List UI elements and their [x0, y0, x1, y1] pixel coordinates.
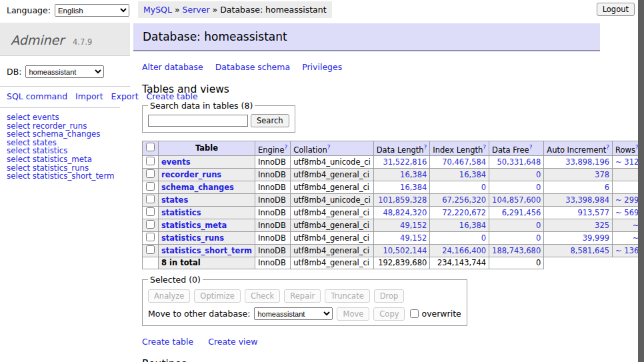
engine-cell: InnoDB	[255, 181, 291, 193]
data_free-value[interactable]: 104,857,600	[492, 195, 541, 205]
help-icon[interactable]: ?	[424, 144, 427, 151]
table-name-cell: statistics_short_term	[159, 244, 255, 257]
table-name-link[interactable]: statistics_meta	[161, 221, 227, 230]
alter-database-link[interactable]: Alter database	[142, 62, 203, 72]
collation-cell: utf8mb4_general_ci	[291, 244, 374, 257]
index_length-value[interactable]: 16,384	[459, 221, 486, 230]
data_length-value[interactable]: 48,824,320	[383, 208, 427, 217]
sidebar-item-select-events[interactable]: select events	[7, 113, 123, 122]
auto_increment-value[interactable]: 33,398,984	[565, 195, 609, 205]
table-name-link[interactable]: recorder_runs	[161, 170, 221, 179]
sidebar-item-select-schema-changes[interactable]: select schema_changes	[7, 130, 123, 139]
index_length-value[interactable]: 24,166,400	[442, 246, 486, 255]
table-name-link[interactable]: schema_changes	[161, 183, 234, 192]
create-table-link[interactable]: Create table	[142, 337, 193, 347]
privileges-link[interactable]: Privileges	[302, 62, 342, 72]
table-name-link[interactable]: statistics	[161, 208, 201, 217]
table-name-cell: events	[159, 155, 255, 168]
table-name-link[interactable]: statistics_short_term	[161, 246, 252, 255]
data_free-cell: 188,743,680	[489, 244, 544, 257]
breadcrumb-mysql[interactable]: MySQL	[143, 5, 172, 15]
engine-cell: InnoDB	[255, 155, 291, 168]
auto_increment-value[interactable]: 378	[595, 170, 609, 179]
row-checkbox[interactable]	[146, 195, 155, 203]
row-checkbox-cell	[143, 219, 159, 231]
index_length-value[interactable]: 67,256,320	[442, 195, 486, 205]
sidebar-item-select-statistics-short-term[interactable]: select statistics_short_term	[7, 172, 123, 181]
help-icon[interactable]: ?	[327, 144, 331, 151]
row-checkbox[interactable]	[146, 182, 155, 191]
table-name-link[interactable]: events	[161, 157, 191, 167]
breadcrumb-server[interactable]: Server	[183, 5, 210, 15]
data_length-cell: 101,859,328	[373, 193, 430, 206]
move-database-select[interactable]: homeassistant	[254, 307, 333, 320]
help-icon[interactable]: ?	[606, 144, 609, 151]
tables-overview-table: Table Engine? Collation? Data Length? In…	[142, 141, 644, 269]
search-input[interactable]	[148, 115, 248, 127]
help-icon[interactable]: ?	[529, 144, 533, 151]
sidebar-item-select-statistics-meta[interactable]: select statistics_meta	[7, 155, 123, 164]
sidebar-link-sql-command[interactable]: SQL command	[7, 91, 67, 101]
language-select[interactable]: English	[55, 4, 129, 17]
row-checkbox[interactable]	[146, 169, 155, 178]
content-pane: Logout MySQL»Server»Database: homeassist…	[130, 0, 637, 362]
table-name-link[interactable]: states	[161, 195, 188, 205]
data_free-value[interactable]: 6,291,456	[502, 208, 541, 217]
index_length-cell: 16,384	[430, 168, 489, 181]
row-checkbox[interactable]	[146, 157, 155, 165]
table-row: statesInnoDButf8mb4_unicode_ci101,859,32…	[143, 193, 644, 206]
column-header-engine: Engine?	[255, 141, 291, 156]
data_free-value[interactable]: 50,331,648	[497, 157, 541, 167]
row-checkbox[interactable]	[146, 233, 155, 241]
row-checkbox-cell	[143, 244, 159, 257]
index_length-value[interactable]: 72,220,672	[442, 208, 486, 217]
auto_increment-value[interactable]: 8,581,645	[571, 246, 610, 255]
data_free-value[interactable]: 188,743,680	[492, 246, 541, 255]
db-select[interactable]: homeassistant	[25, 65, 104, 78]
search-button[interactable]: Search	[251, 114, 289, 127]
create-view-link[interactable]: Create view	[208, 337, 257, 347]
table-row: schema_changesInnoDButf8mb4_general_ci16…	[143, 181, 644, 193]
data_length-value[interactable]: 16,384	[400, 170, 427, 179]
database-schema-link[interactable]: Database schema	[215, 62, 290, 72]
row-checkbox[interactable]	[146, 245, 155, 254]
help-icon[interactable]: ?	[483, 144, 486, 151]
data_free-value[interactable]: 0	[536, 170, 541, 179]
repair-button: Repair	[284, 289, 321, 303]
data_length-value[interactable]: 49,152	[400, 221, 427, 230]
index_length-cell: 24,166,400	[430, 244, 489, 257]
auto_increment-cell: 8,581,645	[544, 244, 613, 257]
row-checkbox[interactable]	[146, 220, 155, 229]
data_length-value[interactable]: 101,859,328	[378, 195, 427, 205]
table-row: statistics_metaInnoDButf8mb4_general_ci4…	[143, 219, 644, 231]
data_length-value[interactable]: 10,502,144	[383, 246, 427, 255]
index_length-value[interactable]: 16,384	[459, 170, 486, 179]
column-header-table: Table	[159, 141, 255, 156]
index_length-value[interactable]: 70,467,584	[442, 157, 486, 167]
auto_increment-value[interactable]: 325	[595, 221, 609, 230]
help-icon[interactable]: ?	[284, 144, 287, 151]
data_free-value[interactable]: 0	[536, 221, 541, 230]
data_free-value[interactable]: 0	[536, 233, 541, 243]
data_length-value[interactable]: 31,522,816	[383, 157, 427, 167]
overwrite-checkbox[interactable]	[410, 309, 419, 318]
table-name-link[interactable]: statistics_runs	[161, 233, 224, 243]
logout-button[interactable]: Logout	[597, 3, 635, 16]
auto_increment-value[interactable]: 913,577	[577, 208, 609, 217]
auto_increment-value[interactable]: 39,999	[583, 233, 609, 243]
select-all-checkbox[interactable]	[146, 143, 155, 151]
data_length-value[interactable]: 16,384	[400, 183, 427, 192]
data_free-value[interactable]: 0	[536, 183, 541, 192]
auto_increment-value[interactable]: 6	[605, 183, 609, 192]
app-name[interactable]: Adminer	[11, 33, 64, 47]
row-checkbox[interactable]	[146, 207, 155, 216]
vertical-scrollbar[interactable]	[638, 0, 644, 362]
table-row: statistics_runsInnoDButf8mb4_general_ci4…	[143, 231, 644, 244]
collation-cell: utf8mb4_general_ci	[291, 231, 374, 244]
index_length-value[interactable]: 0	[481, 233, 486, 243]
truncate-button: Truncate	[325, 289, 370, 303]
data_length-value[interactable]: 49,152	[400, 233, 427, 243]
sidebar-link-import[interactable]: Import	[75, 91, 103, 101]
auto_increment-value[interactable]: 33,898,196	[565, 157, 609, 167]
index_length-value[interactable]: 0	[481, 183, 486, 192]
